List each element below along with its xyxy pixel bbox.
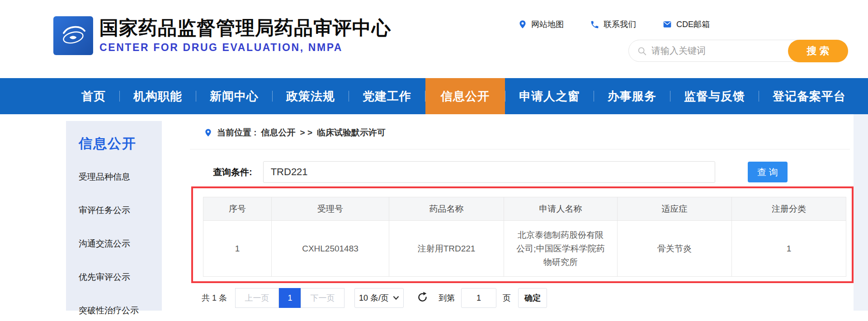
map-pin-icon	[518, 19, 527, 29]
quick-links: 网站地图 联系我们 CDE邮箱	[518, 19, 710, 30]
contact-label: 联系我们	[604, 19, 636, 30]
breadcrumb: 当前位置 : 信息公开 > > 临床试验默示许可	[204, 127, 386, 139]
refresh-button[interactable]	[416, 291, 429, 305]
cell-drug-name: 注射用TRD221	[389, 221, 504, 277]
refresh-icon	[416, 291, 429, 303]
result-highlight-box: 序号 受理号 药品名称 申请人名称 适应症 注册分类 1 CXHL2501483…	[191, 186, 854, 283]
cde-logo-swoosh	[57, 20, 90, 51]
nav-item-info-disclosure[interactable]: 信息公开	[425, 78, 505, 114]
query-row: 查询条件: 查询	[213, 161, 788, 183]
cell-registration-class: 1	[732, 221, 846, 277]
breadcrumb-prefix: 当前位置 :	[217, 127, 257, 139]
next-page-button[interactable]: 下一页	[301, 288, 344, 308]
mailbox-link[interactable]: CDE邮箱	[662, 19, 710, 30]
table-header-row: 序号 受理号 药品名称 申请人名称 适应症 注册分类	[203, 197, 846, 221]
total-count: 共 1 条	[202, 293, 227, 303]
search-icon	[637, 46, 647, 56]
nav-item-party-building[interactable]: 党建工作	[349, 78, 425, 114]
cde-logo	[53, 16, 93, 55]
col-header-indication: 适应症	[618, 197, 732, 221]
breadcrumb-current: 临床试验默示许可	[317, 127, 386, 139]
goto-page-input[interactable]	[461, 288, 496, 308]
col-header-registration-class: 注册分类	[732, 197, 846, 221]
site-title-en: CENTER FOR DRUG EVALUATION, NMPA	[99, 42, 391, 54]
site-search-input[interactable]	[651, 46, 787, 56]
nav-item-registration-platform[interactable]: 登记备案平台	[759, 78, 859, 114]
content-band: 信息公开 受理品种信息 审评任务公示 沟通交流公示 优先审评公示 突破性治疗公示…	[0, 114, 868, 321]
col-header-seq: 序号	[203, 197, 272, 221]
brand: 国家药品监督管理局药品审评中心 CENTER FOR DRUG EVALUATI…	[53, 16, 391, 55]
nav-item-home[interactable]: 首页	[68, 78, 119, 114]
contact-link[interactable]: 联系我们	[590, 19, 636, 30]
sitemap-label: 网站地图	[531, 19, 564, 30]
cell-seq: 1	[203, 221, 272, 277]
col-header-applicant: 申请人名称	[504, 197, 618, 221]
site-search-button[interactable]: 搜索	[788, 40, 848, 62]
page-size-value: 10 条/页	[359, 293, 389, 303]
query-button[interactable]: 查询	[748, 162, 788, 182]
results-table: 序号 受理号 药品名称 申请人名称 适应症 注册分类 1 CXHL2501483…	[203, 197, 846, 277]
site-search: 搜索	[628, 40, 848, 62]
chevron-down-icon	[393, 296, 399, 300]
nav-item-supervision-feedback[interactable]: 监督与反馈	[670, 78, 759, 114]
cell-applicant: 北京泰德制药股份有限公司;中国医学科学院药物研究所	[504, 221, 618, 277]
sidebar-item-accepted-varieties[interactable]: 受理品种信息	[79, 171, 162, 183]
main-content: 当前位置 : 信息公开 > > 临床试验默示许可 查询条件: 查询 序号 受理号	[162, 114, 854, 321]
sidebar-item-breakthrough-therapy[interactable]: 突破性治疗公示	[79, 305, 162, 316]
goto-page-prefix: 到第	[439, 293, 455, 303]
current-page-button[interactable]: 1	[279, 288, 301, 308]
col-header-acceptance-no: 受理号	[272, 197, 389, 221]
confirm-button[interactable]: 确定	[518, 288, 547, 308]
page-size-select[interactable]: 10 条/页	[354, 288, 404, 308]
sidebar-item-communication[interactable]: 沟通交流公示	[79, 238, 162, 250]
breadcrumb-separator: > >	[300, 128, 312, 138]
breadcrumb-section[interactable]: 信息公开	[261, 127, 296, 139]
query-label: 查询条件:	[213, 166, 252, 178]
location-pin-icon	[204, 128, 212, 138]
sitemap-link[interactable]: 网站地图	[518, 19, 564, 30]
site-header: 国家药品监督管理局药品审评中心 CENTER FOR DRUG EVALUATI…	[0, 0, 868, 78]
prev-page-button[interactable]: 上一页	[235, 288, 279, 308]
nav-item-org-functions[interactable]: 机构职能	[120, 78, 196, 114]
nav-item-policies[interactable]: 政策法规	[273, 78, 349, 114]
main-nav: 首页 机构职能 新闻中心 政策法规 党建工作 信息公开 申请人之窗 办事服务 监…	[0, 78, 868, 114]
pagination: 共 1 条 上一页 1 下一页 10 条/页 到第 页 确定	[202, 288, 547, 308]
site-title-cn: 国家药品监督管理局药品审评中心	[99, 18, 391, 38]
nav-item-news-center[interactable]: 新闻中心	[196, 78, 272, 114]
sidebar: 信息公开 受理品种信息 审评任务公示 沟通交流公示 优先审评公示 突破性治疗公示	[66, 121, 162, 311]
query-input[interactable]	[263, 161, 715, 183]
mailbox-label: CDE邮箱	[676, 19, 710, 30]
goto-page-suffix: 页	[503, 293, 511, 303]
cell-acceptance-no: CXHL2501483	[272, 221, 389, 277]
table-row: 1 CXHL2501483 注射用TRD221 北京泰德制药股份有限公司;中国医…	[203, 221, 846, 277]
col-header-drug-name: 药品名称	[389, 197, 504, 221]
pager-group: 上一页 1 下一页	[235, 288, 344, 308]
sidebar-item-priority-review[interactable]: 优先审评公示	[79, 271, 162, 283]
nav-item-services[interactable]: 办事服务	[594, 78, 670, 114]
brand-titles: 国家药品监督管理局药品审评中心 CENTER FOR DRUG EVALUATI…	[99, 18, 391, 53]
phone-icon	[590, 20, 599, 29]
sidebar-title[interactable]: 信息公开	[79, 135, 162, 153]
sidebar-item-review-tasks[interactable]: 审评任务公示	[79, 205, 162, 216]
mail-icon	[662, 20, 672, 29]
right-background-strip	[853, 114, 868, 311]
cell-indication: 骨关节炎	[618, 221, 732, 277]
breadcrumb-divider	[190, 149, 850, 149]
nav-item-applicant-window[interactable]: 申请人之窗	[505, 78, 594, 114]
